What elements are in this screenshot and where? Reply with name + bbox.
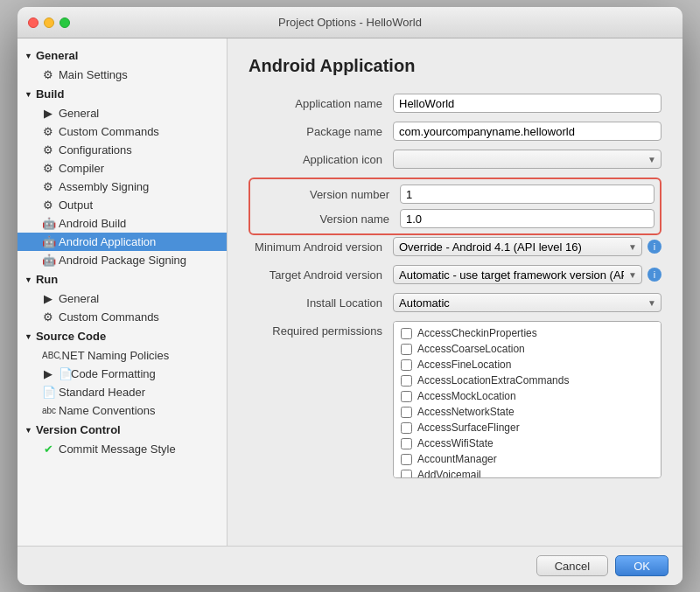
android-icon: 🤖	[42, 254, 54, 267]
sidebar-section-general[interactable]: ▼ General	[18, 45, 227, 66]
list-item: AccessWifiState	[394, 435, 661, 451]
arrow-icon: ▶	[42, 367, 54, 380]
version-name-input[interactable]	[400, 209, 654, 228]
permission-checkbox[interactable]	[401, 375, 412, 387]
sidebar-item-compiler[interactable]: ⚙ Compiler	[18, 159, 227, 178]
sidebar-section-build-label: Build	[36, 87, 65, 101]
sidebar-item-android-application[interactable]: 🤖 Android Application	[18, 233, 227, 251]
min-android-select-wrapper: Override - Android 4.1 (API level 16) ▼	[393, 237, 642, 256]
gear-icon: ⚙	[42, 125, 54, 138]
sidebar-item-name-conventions[interactable]: abc Name Conventions	[18, 401, 227, 420]
permission-checkbox[interactable]	[401, 328, 412, 339]
min-android-info-button[interactable]: i	[648, 240, 662, 254]
sidebar-item-assembly-signing[interactable]: ⚙ Assembly Signing	[18, 178, 227, 196]
install-location-select[interactable]: Automatic	[393, 293, 662, 312]
permission-label: AccessCoarseLocation	[417, 343, 525, 355]
permission-checkbox[interactable]	[401, 454, 412, 465]
android-icon: 🤖	[42, 217, 54, 230]
android-icon: 🤖	[42, 235, 54, 248]
sidebar-item-run-custom-commands-label: Custom Commands	[59, 310, 159, 324]
sidebar-section-version-control[interactable]: ▼ Version Control	[18, 420, 227, 440]
sidebar-item-build-general[interactable]: ▶ General	[18, 104, 227, 122]
sidebar-item-code-formatting[interactable]: ▶ 📄 Code Formatting	[18, 365, 227, 383]
sidebar-section-run-label: Run	[36, 273, 58, 286]
permission-checkbox[interactable]	[401, 438, 412, 449]
version-name-label: Version name	[256, 212, 400, 226]
list-item: AccessCoarseLocation	[394, 341, 661, 357]
target-android-select[interactable]: Automatic - use target framework version…	[393, 265, 642, 284]
target-android-select-wrapper: Automatic - use target framework version…	[393, 265, 642, 284]
target-android-info-button[interactable]: i	[648, 268, 662, 282]
sidebar-item-code-formatting-label: Code Formatting	[71, 367, 156, 380]
sidebar-item-assembly-signing-label: Assembly Signing	[59, 180, 149, 193]
doc-icon: 📄	[42, 386, 54, 399]
application-icon-select-wrapper: ▼	[393, 150, 662, 169]
permission-checkbox[interactable]	[401, 407, 412, 418]
permission-checkbox[interactable]	[401, 344, 412, 355]
application-name-row: Application name	[248, 94, 662, 113]
sidebar-item-android-build[interactable]: 🤖 Android Build	[18, 214, 227, 233]
sidebar-item-main-settings[interactable]: ⚙ Main Settings	[18, 66, 227, 84]
application-name-input[interactable]	[393, 94, 662, 113]
min-android-label: Minimum Android version	[248, 240, 393, 254]
sidebar: ▼ General ⚙ Main Settings ▼ Build ▶ Gene…	[18, 38, 228, 546]
list-item: AccessFineLocation	[394, 357, 661, 373]
version-number-input[interactable]	[400, 185, 654, 204]
sidebar-item-android-package-signing[interactable]: 🤖 Android Package Signing	[18, 251, 227, 269]
sidebar-section-source-code-label: Source Code	[36, 330, 106, 343]
sidebar-item-commit-message[interactable]: ✔ Commit Message Style	[18, 440, 227, 458]
close-button[interactable]	[28, 17, 38, 28]
application-icon-control: ▼	[393, 150, 662, 169]
gear-icon: ⚙	[42, 68, 54, 81]
permission-checkbox[interactable]	[401, 391, 412, 402]
check-icon: ✔	[42, 442, 54, 456]
minimize-button[interactable]	[44, 17, 54, 28]
sidebar-item-net-naming[interactable]: ABC .NET Naming Policies	[18, 346, 227, 365]
min-android-select[interactable]: Override - Android 4.1 (API level 16)	[393, 237, 642, 256]
permission-label: AccessNetworkState	[417, 406, 514, 418]
permissions-control: AccessCheckinProperties AccessCoarseLoca…	[393, 321, 662, 478]
install-location-label: Install Location	[248, 296, 393, 310]
install-location-select-wrapper: Automatic ▼	[393, 293, 662, 312]
sidebar-item-configurations[interactable]: ⚙ Configurations	[18, 141, 227, 159]
permission-label: AccessLocationExtraCommands	[417, 374, 569, 387]
abc-icon: ABC	[42, 351, 54, 360]
sidebar-item-standard-header[interactable]: 📄 Standard Header	[18, 383, 227, 401]
triangle-icon: ▼	[24, 332, 32, 341]
sidebar-section-build[interactable]: ▼ Build	[18, 84, 227, 104]
package-name-row: Package name	[248, 122, 662, 141]
version-number-row: Version number	[250, 185, 660, 204]
package-name-control	[393, 122, 662, 141]
ok-button[interactable]: OK	[615, 555, 668, 576]
version-number-control	[400, 185, 654, 204]
content-area: ▼ General ⚙ Main Settings ▼ Build ▶ Gene…	[18, 38, 682, 546]
permission-checkbox[interactable]	[401, 422, 412, 434]
package-name-input[interactable]	[393, 122, 662, 141]
sidebar-item-configurations-label: Configurations	[59, 143, 132, 157]
triangle-icon: ▼	[24, 275, 32, 284]
permissions-box[interactable]: AccessCheckinProperties AccessCoarseLoca…	[393, 321, 662, 478]
permission-checkbox[interactable]	[401, 359, 412, 371]
sidebar-item-custom-commands[interactable]: ⚙ Custom Commands	[18, 122, 227, 141]
application-name-label: Application name	[248, 97, 393, 110]
sidebar-item-commit-message-label: Commit Message Style	[59, 442, 176, 456]
triangle-icon: ▼	[24, 426, 32, 435]
titlebar: Project Options - HelloWorld	[18, 7, 682, 38]
application-name-control	[393, 94, 662, 113]
footer: Cancel OK	[18, 546, 682, 585]
sidebar-item-android-build-label: Android Build	[59, 217, 126, 230]
sidebar-item-run-general-label: General	[59, 292, 99, 305]
permission-checkbox[interactable]	[401, 470, 412, 479]
maximize-button[interactable]	[60, 17, 70, 28]
cancel-button[interactable]: Cancel	[536, 555, 608, 576]
required-permissions-row: Required permissions AccessCheckinProper…	[248, 321, 662, 478]
application-icon-select[interactable]	[393, 150, 662, 169]
permission-label: AccessWifiState	[417, 437, 494, 449]
sidebar-item-standard-header-label: Standard Header	[59, 386, 145, 399]
sidebar-item-run-general[interactable]: ▶ General	[18, 289, 227, 308]
sidebar-section-run[interactable]: ▼ Run	[18, 269, 227, 289]
sidebar-section-source-code[interactable]: ▼ Source Code	[18, 326, 227, 346]
sidebar-item-run-custom-commands[interactable]: ⚙ Custom Commands	[18, 308, 227, 326]
sidebar-item-output[interactable]: ⚙ Output	[18, 196, 227, 214]
target-android-row: Target Android version Automatic - use t…	[248, 265, 662, 284]
